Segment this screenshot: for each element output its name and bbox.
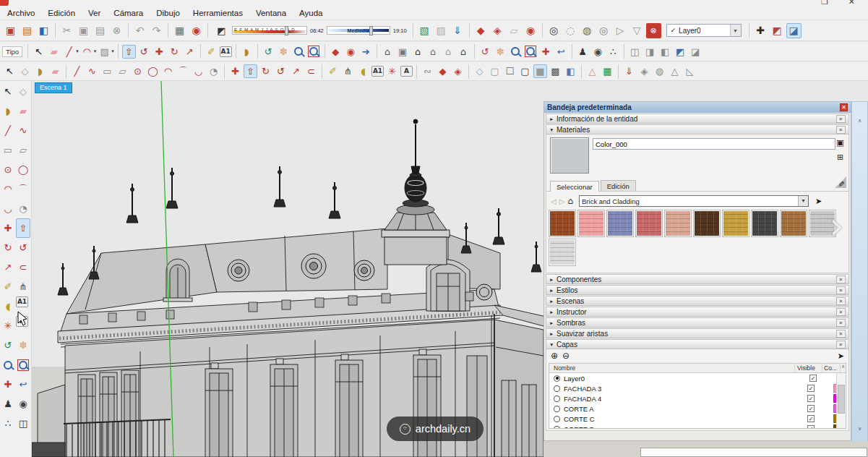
poligono-icon[interactable]: ◯ <box>146 64 160 78</box>
pintar-icon[interactable]: ◗ <box>1 101 15 121</box>
caminar-icon[interactable]: ∴ <box>1 414 15 433</box>
sigueme-icon[interactable]: ↺ <box>16 238 30 257</box>
section-collapsed-icon[interactable]: ► <box>549 299 557 304</box>
menu-ventana[interactable]: Ventana <box>249 7 293 19</box>
ayuda-info-icon[interactable]: ◉ <box>189 23 204 38</box>
formas-icon[interactable]: ▨ <box>98 45 111 59</box>
vista-anterior-icon[interactable]: ↩ <box>554 45 568 59</box>
girar-camara-icon[interactable]: ◉ <box>16 394 30 414</box>
situar-camara-icon[interactable]: ♟ <box>576 45 590 59</box>
layer-visible-checkbox[interactable]: ✓ <box>809 375 817 382</box>
obtener-modelos-icon[interactable]: ▱ <box>507 23 522 38</box>
texto-3d-icon[interactable]: A <box>16 316 28 327</box>
section-collapsed-icon[interactable]: ► <box>549 331 557 336</box>
esculpir-icon[interactable]: ⇓ <box>622 64 636 78</box>
rayos-x-icon[interactable]: ◇ <box>473 64 486 78</box>
details-arrow-icon[interactable]: ➤ <box>815 197 822 206</box>
rectangulo-icon[interactable]: ▭ <box>1 140 15 160</box>
tray-scroll-down-icon[interactable]: ∨ <box>852 426 867 432</box>
swatch-revestimiento-claro[interactable] <box>549 239 576 266</box>
section-collapsed-icon[interactable]: ► <box>549 277 557 282</box>
situar-camara-icon[interactable]: ♟ <box>1 394 15 414</box>
mostrar-planos-seccion-icon[interactable]: ◨ <box>643 45 657 59</box>
layer-visible-checkbox[interactable]: ✓ <box>807 405 815 412</box>
girar-camara-icon[interactable]: ◉ <box>591 45 605 59</box>
menu-edicion[interactable]: Edición <box>41 7 82 19</box>
seleccionar-icon[interactable]: ↖ <box>3 64 17 78</box>
orbitar-icon[interactable]: ↺ <box>1 336 15 355</box>
layer-dropdown[interactable]: ✓Layer0▼ <box>666 24 742 37</box>
section-expanded-icon[interactable]: ▼ <box>549 127 557 132</box>
anadir-ubicacion-icon[interactable]: ▧ <box>417 23 432 38</box>
empujar-tirar-icon[interactable]: ⇧ <box>244 64 257 78</box>
menu-ayuda[interactable]: Ayuda <box>293 7 329 19</box>
norte-brujula-icon[interactable]: ✚ <box>753 23 768 38</box>
arco-2-puntos-icon[interactable]: ⌒ <box>16 179 30 199</box>
mover-icon[interactable]: ✚ <box>228 64 242 78</box>
rectangulo-girado-icon[interactable]: ▱ <box>16 140 30 160</box>
ventana-zoom-icon[interactable] <box>16 355 30 375</box>
alternar-niebla-icon[interactable]: ◪ <box>786 23 802 38</box>
column-nombre[interactable]: Nombre <box>549 364 795 372</box>
sombreado-icon[interactable]: ■ <box>533 64 547 78</box>
swatch-teja-roja[interactable] <box>635 210 663 237</box>
desde-contornos-icon[interactable]: △ <box>585 64 599 78</box>
aristas-posteriores-icon[interactable]: ▢ <box>488 64 502 78</box>
imprimir-icon[interactable]: ▦ <box>172 23 187 38</box>
arco-3-puntos-icon[interactable]: ◡ <box>192 64 205 78</box>
arco-icon[interactable]: ◠ <box>1 179 15 199</box>
alambre-icon[interactable]: ☐ <box>503 64 517 78</box>
relleno-seccion-icon[interactable]: ◩ <box>674 45 687 59</box>
desfase-icon[interactable]: ⊂ <box>304 64 318 78</box>
pintar-icon[interactable]: ◗ <box>33 64 47 78</box>
mano-alzada-icon[interactable]: ∿ <box>85 64 99 78</box>
ejes-icon[interactable]: ✳ <box>1 316 15 336</box>
time-slider-handle[interactable] <box>369 26 373 35</box>
layer-radio[interactable] <box>554 416 560 422</box>
section-componentes[interactable]: ►Componentes✕ <box>546 274 849 284</box>
ejes-icon[interactable]: ✳ <box>385 64 399 78</box>
acotacion-icon[interactable]: ⋔ <box>16 277 30 296</box>
tab-edicion[interactable]: Edición <box>601 180 636 191</box>
circulo-icon[interactable]: ⊙ <box>1 160 15 179</box>
layer-radio[interactable] <box>554 406 560 412</box>
layer-dropdown-caret-icon[interactable]: ▼ <box>730 25 741 36</box>
zoom-extension-icon[interactable]: ✚ <box>539 45 553 59</box>
zoom-icon[interactable] <box>1 355 15 375</box>
lineas-dropdown-caret[interactable]: ▾ <box>76 48 79 54</box>
caminar-icon[interactable]: ∴ <box>606 45 620 59</box>
linea-icon[interactable]: ╱ <box>1 121 15 140</box>
section-close-button[interactable]: ✕ <box>836 286 846 294</box>
vista-frontal-icon[interactable]: ⌂ <box>411 45 425 59</box>
proyectar-icon[interactable]: ◍ <box>653 64 666 78</box>
section-collapsed-icon[interactable]: ► <box>549 288 557 293</box>
eyedropper-icon[interactable]: ✎ <box>836 181 846 187</box>
crear-camara-icon[interactable]: ◎ <box>546 23 562 38</box>
remove-layer-button[interactable]: ⊖ <box>562 351 570 361</box>
arco-3-puntos-icon[interactable]: ◡ <box>1 199 15 218</box>
nuevo-icon[interactable]: ▣ <box>3 23 18 38</box>
desplazar-icon[interactable]: ✽ <box>16 336 30 355</box>
section-close-button[interactable]: ✕ <box>836 297 846 305</box>
swatch-ladrillo-oscuro[interactable] <box>693 210 721 237</box>
layer-row-fachada-3[interactable]: FACHADA 3✓ <box>549 383 846 393</box>
borrar-icon[interactable]: ▰ <box>47 45 61 59</box>
layer-radio[interactable] <box>554 426 560 430</box>
rotar-icon[interactable]: ↻ <box>259 64 272 78</box>
texto-acotacion-icon[interactable]: A1 <box>220 46 232 57</box>
pintar-icon[interactable]: ◗ <box>240 45 254 59</box>
guardar-icon[interactable]: ◧ <box>36 23 51 38</box>
layer-row-corte-c[interactable]: CORTE C✓ <box>549 414 846 424</box>
plano-seccion-icon[interactable]: ◫ <box>628 45 642 59</box>
menu-ver[interactable]: Ver <box>82 7 107 19</box>
rehacer-icon[interactable]: ↷ <box>149 23 164 38</box>
arco-icon[interactable]: ◠ <box>161 64 175 78</box>
layer-scrollbar[interactable] <box>836 373 846 428</box>
borrar-icon[interactable]: ▰ <box>16 101 30 121</box>
linea-icon[interactable]: ╱ <box>70 64 84 78</box>
zoom-extension-icon[interactable]: ✚ <box>1 375 15 394</box>
camara-siguiente-icon[interactable]: ◎ <box>596 23 611 38</box>
escala-icon[interactable]: ↗ <box>183 45 197 59</box>
section-instructor[interactable]: ►Instructor✕ <box>546 307 849 317</box>
texto-icon[interactable]: A1 <box>16 296 28 307</box>
